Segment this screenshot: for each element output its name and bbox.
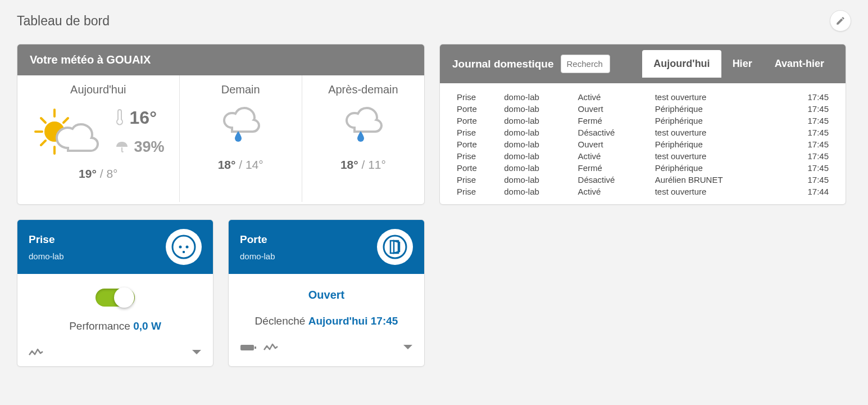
log-cell: Fermé xyxy=(575,115,652,127)
svg-rect-12 xyxy=(183,251,185,253)
log-cell: 17:45 xyxy=(783,150,832,162)
tomorrow-lo: 14° xyxy=(246,158,263,171)
weather-card: Votre météo à GOUAIX Aujourd'hui xyxy=(17,44,425,205)
today-hi: 19° xyxy=(79,167,97,180)
day-after-hi: 18° xyxy=(340,158,358,171)
log-cell: Ouvert xyxy=(575,103,652,115)
tab-yesterday[interactable]: Hier xyxy=(721,50,764,78)
weather-title: Votre météo à GOUAIX xyxy=(17,44,424,75)
log-cell: Porte xyxy=(453,162,501,174)
outlet-title: Prise xyxy=(29,233,64,246)
log-row[interactable]: Portedomo-labOuvertPériphérique17:45 xyxy=(453,138,832,150)
log-cell: test ouverture xyxy=(652,91,783,103)
tab-before[interactable]: Avant-hier xyxy=(764,50,835,78)
log-row[interactable]: Portedomo-labFerméPériphérique17:45 xyxy=(453,162,832,174)
svg-point-11 xyxy=(186,246,189,249)
day-after-lo: 11° xyxy=(368,158,386,171)
battery-icon[interactable] xyxy=(240,343,257,352)
log-row[interactable]: Prisedomo-labActivétest ouverture17:45 xyxy=(453,150,832,162)
outlet-card: Prise domo-lab Performance 0,0 W xyxy=(17,219,213,367)
tab-today[interactable]: Aujourd'hui xyxy=(642,50,721,78)
log-row[interactable]: Prisedomo-labDésactivéAurélien BRUNET17:… xyxy=(453,174,832,186)
log-cell: Périphérique xyxy=(652,138,783,150)
door-card: Porte domo-lab Ouvert Déclenché Aujourd'… xyxy=(228,219,425,367)
log-row[interactable]: Prisedomo-labDésactivétest ouverture17:4… xyxy=(453,127,832,138)
log-card: Journal domestique Aujourd'hui Hier Avan… xyxy=(439,44,846,205)
log-cell: domo-lab xyxy=(501,115,574,127)
log-cell: domo-lab xyxy=(501,174,574,186)
sun-cloud-icon xyxy=(32,106,99,157)
cloud-rain-icon xyxy=(218,103,263,148)
chevron-down-icon[interactable] xyxy=(403,344,413,351)
log-cell: domo-lab xyxy=(501,103,574,115)
log-row[interactable]: Prisedomo-labActivétest ouverture17:44 xyxy=(453,186,832,197)
log-row[interactable]: Portedomo-labOuvertPériphérique17:45 xyxy=(453,103,832,115)
chevron-down-icon[interactable] xyxy=(192,349,202,356)
page-title: Tableau de bord xyxy=(17,14,110,29)
log-cell: Ouvert xyxy=(575,138,652,150)
log-cell: test ouverture xyxy=(652,186,783,197)
log-cell: 17:45 xyxy=(783,103,832,115)
log-cell: Désactivé xyxy=(575,174,652,186)
log-cell: test ouverture xyxy=(652,127,783,138)
log-cell: 17:44 xyxy=(783,186,832,197)
current-temp: 16° xyxy=(130,107,157,128)
weather-tomorrow: Demain 18° / 14° xyxy=(179,75,302,202)
log-row[interactable]: Portedomo-labFerméPériphérique17:45 xyxy=(453,115,832,127)
svg-point-9 xyxy=(172,236,195,258)
log-cell: 17:45 xyxy=(783,115,832,127)
door-sub: domo-lab xyxy=(240,251,275,261)
log-cell: Activé xyxy=(575,186,652,197)
door-state: Ouvert xyxy=(308,289,344,302)
tomorrow-hi: 18° xyxy=(218,158,236,171)
log-cell: Activé xyxy=(575,150,652,162)
thermometer-icon xyxy=(115,109,124,127)
log-cell: 17:45 xyxy=(783,162,832,174)
today-lo: 8° xyxy=(106,167,117,180)
svg-rect-16 xyxy=(255,346,256,349)
log-cell: Prise xyxy=(453,174,501,186)
activity-icon[interactable] xyxy=(263,343,278,352)
log-cell: domo-lab xyxy=(501,150,574,162)
log-cell: Prise xyxy=(453,186,501,197)
cloud-rain-icon xyxy=(340,103,385,148)
svg-line-7 xyxy=(63,118,68,123)
humidity: 39% xyxy=(134,138,165,156)
svg-line-4 xyxy=(41,118,46,123)
edit-button[interactable] xyxy=(830,10,851,32)
outlet-sub: domo-lab xyxy=(29,251,64,261)
log-cell: domo-lab xyxy=(501,186,574,197)
log-cell: domo-lab xyxy=(501,162,574,174)
log-search-input[interactable] xyxy=(561,55,610,73)
log-cell: Prise xyxy=(453,91,501,103)
perf-label: Performance xyxy=(69,320,130,332)
log-cell: 17:45 xyxy=(783,174,832,186)
weather-today: Aujourd'hui xyxy=(17,75,179,202)
trigger-value: Aujourd'hui 17:45 xyxy=(308,315,398,327)
log-cell: Désactivé xyxy=(575,127,652,138)
log-cell: Fermé xyxy=(575,162,652,174)
log-cell: Porte xyxy=(453,138,501,150)
trigger-label: Déclenché xyxy=(255,315,306,327)
log-cell: Prise xyxy=(453,127,501,138)
svg-line-6 xyxy=(41,141,46,145)
log-cell: test ouverture xyxy=(652,150,783,162)
log-cell: Périphérique xyxy=(652,115,783,127)
umbrella-icon xyxy=(115,141,129,154)
log-row[interactable]: Prisedomo-labActivétest ouverture17:45 xyxy=(453,91,832,103)
activity-icon[interactable] xyxy=(29,348,43,357)
log-body[interactable]: Prisedomo-labActivétest ouverture17:45Po… xyxy=(440,83,846,204)
day-after-label: Après-demain xyxy=(328,83,398,96)
log-cell: 17:45 xyxy=(783,91,832,103)
tomorrow-label: Demain xyxy=(221,83,260,96)
svg-point-10 xyxy=(179,246,182,249)
log-cell: Aurélien BRUNET xyxy=(652,174,783,186)
log-cell: Prise xyxy=(453,150,501,162)
perf-value: 0,0 W xyxy=(133,320,161,332)
log-title: Journal domestique xyxy=(452,58,554,70)
log-cell: 17:45 xyxy=(783,127,832,138)
svg-point-13 xyxy=(384,236,406,258)
outlet-toggle[interactable] xyxy=(96,289,135,307)
weather-day-after: Après-demain 18° / 11° xyxy=(302,75,424,202)
log-cell: domo-lab xyxy=(501,127,574,138)
